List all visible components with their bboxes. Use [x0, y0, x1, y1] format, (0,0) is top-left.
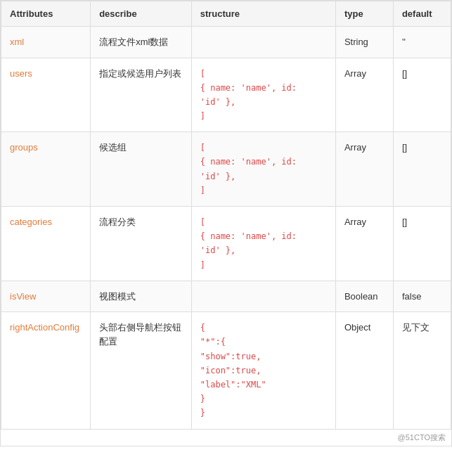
cell-default: false: [393, 281, 451, 312]
cell-default: 见下文: [393, 312, 451, 429]
cell-attr: rightActionConfig: [1, 312, 91, 429]
cell-describe: 候选组: [91, 132, 192, 207]
header-structure: structure: [191, 1, 335, 27]
attr-name-text: xml: [10, 37, 24, 47]
header-type: type: [335, 1, 393, 27]
cell-type: Array: [335, 207, 393, 281]
footer-note: @51CTO搜索: [1, 430, 451, 446]
cell-type: Boolean: [335, 281, 393, 312]
cell-attr: groups: [1, 132, 91, 207]
attr-name-text: rightActionConfig: [10, 322, 79, 333]
structure-code-text: [ { name: 'name', id: 'id' }, ]: [200, 217, 297, 270]
cell-attr: users: [1, 58, 91, 132]
cell-describe: 头部右侧导航栏按钮配置: [91, 312, 192, 429]
table-row: groups候选组[ { name: 'name', id: 'id' }, ]…: [1, 132, 451, 207]
table-row: isView视图模式Booleanfalse: [1, 281, 451, 312]
attributes-table: Attributes describe structure type defau…: [0, 0, 452, 446]
cell-structure: [ { name: 'name', id: 'id' }, ]: [191, 58, 335, 132]
cell-structure: { "*":{ "show":true, "icon":true, "label…: [191, 312, 335, 429]
header-describe: describe: [91, 1, 192, 27]
cell-default: []: [393, 58, 451, 132]
table-row: rightActionConfig头部右侧导航栏按钮配置{ "*":{ "sho…: [1, 312, 451, 429]
cell-structure: [ { name: 'name', id: 'id' }, ]: [191, 132, 335, 207]
cell-attr: isView: [1, 281, 91, 312]
cell-default: '': [393, 27, 451, 58]
cell-describe: 流程文件xml数据: [91, 27, 192, 58]
attr-name-text: users: [10, 68, 32, 79]
table-row: categories流程分类[ { name: 'name', id: 'id'…: [1, 207, 451, 281]
structure-code-text: [ { name: 'name', id: 'id' }, ]: [200, 69, 297, 122]
cell-default: []: [393, 207, 451, 281]
cell-type: Array: [335, 132, 393, 207]
table-row: users指定或候选用户列表[ { name: 'name', id: 'id'…: [1, 58, 451, 132]
attr-name-text: isView: [10, 291, 36, 302]
header-default: default: [393, 1, 451, 27]
cell-structure: [ { name: 'name', id: 'id' }, ]: [191, 207, 335, 281]
structure-code-text: { "*":{ "show":true, "icon":true, "label…: [200, 323, 266, 418]
attr-name-text: categories: [10, 217, 52, 227]
table-header-row: Attributes describe structure type defau…: [1, 1, 451, 27]
cell-attr: categories: [1, 207, 91, 281]
cell-structure: [191, 281, 335, 312]
cell-describe: 视图模式: [91, 281, 192, 312]
header-attributes: Attributes: [1, 1, 91, 27]
cell-structure: [191, 27, 335, 58]
cell-describe: 流程分类: [91, 207, 192, 281]
cell-default: []: [393, 132, 451, 207]
cell-attr: xml: [1, 27, 91, 58]
cell-type: String: [335, 27, 393, 58]
structure-code-text: [ { name: 'name', id: 'id' }, ]: [200, 143, 297, 195]
attr-name-text: groups: [10, 142, 38, 153]
cell-describe: 指定或候选用户列表: [91, 58, 192, 132]
cell-type: Array: [335, 58, 393, 132]
cell-type: Object: [335, 312, 393, 429]
table-row: xml流程文件xml数据String'': [1, 27, 451, 58]
